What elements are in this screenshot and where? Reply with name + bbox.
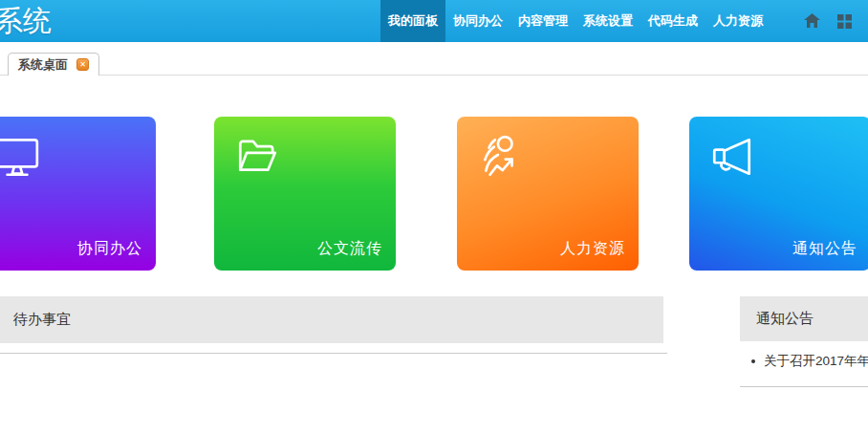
nav-item-code-generation[interactable]: 代码生成 [640, 0, 705, 42]
megaphone-icon [708, 133, 756, 181]
folder-open-icon [233, 133, 281, 181]
nav-item-human-resources[interactable]: 人力资源 [705, 0, 770, 42]
notice-panel-title: 通知公告 [756, 310, 814, 328]
app-logo: 系统 [0, 0, 52, 42]
home-icon[interactable] [795, 0, 828, 42]
notice-list-item[interactable]: 关于召开2017年年 [740, 347, 868, 376]
todo-panel-header: 待办事宜 [0, 296, 663, 343]
bullet-icon [751, 359, 755, 363]
todo-panel-divider [0, 353, 667, 354]
nav-item-system-settings[interactable]: 系统设置 [575, 0, 640, 42]
tile-label: 通知公告 [792, 239, 857, 259]
nav-item-content-management[interactable]: 内容管理 [510, 0, 575, 42]
tab-system-desktop[interactable]: 系统桌面 [8, 53, 99, 76]
todo-panel-title: 待办事宜 [13, 311, 71, 329]
tile-document-flow[interactable]: 公文流传 [214, 117, 396, 271]
top-navigation: 我的面板 协同办公 内容管理 系统设置 代码生成 人力资源 [380, 0, 868, 42]
notice-panel-divider [740, 386, 868, 387]
tile-human-resources[interactable]: 人力资源 [457, 117, 639, 271]
person-growth-icon [476, 133, 524, 181]
tile-label: 公文流传 [317, 239, 382, 259]
desktop-dashboard: 系统 我的面板 协同办公 内容管理 系统设置 代码生成 人力资源 系统桌面 [0, 0, 868, 434]
tile-label: 人力资源 [560, 239, 625, 259]
tile-label: 协同办公 [77, 239, 142, 259]
nav-item-collaboration[interactable]: 协同办公 [445, 0, 510, 42]
tabbar-divider [0, 75, 868, 76]
tile-notice[interactable]: 通知公告 [689, 117, 868, 271]
nav-item-my-dashboard[interactable]: 我的面板 [380, 0, 445, 42]
monitor-icon [0, 133, 41, 181]
top-header-bar: 系统 我的面板 协同办公 内容管理 系统设置 代码生成 人力资源 [0, 0, 868, 42]
tab-close-icon[interactable] [76, 58, 89, 71]
tab-label: 系统桌面 [18, 56, 68, 74]
grid-icon[interactable] [828, 0, 860, 42]
notice-item-text: 关于召开2017年年 [764, 353, 868, 370]
tile-collaboration[interactable]: 协同办公 [0, 117, 156, 271]
notice-panel-header: 通知公告 [740, 296, 868, 341]
